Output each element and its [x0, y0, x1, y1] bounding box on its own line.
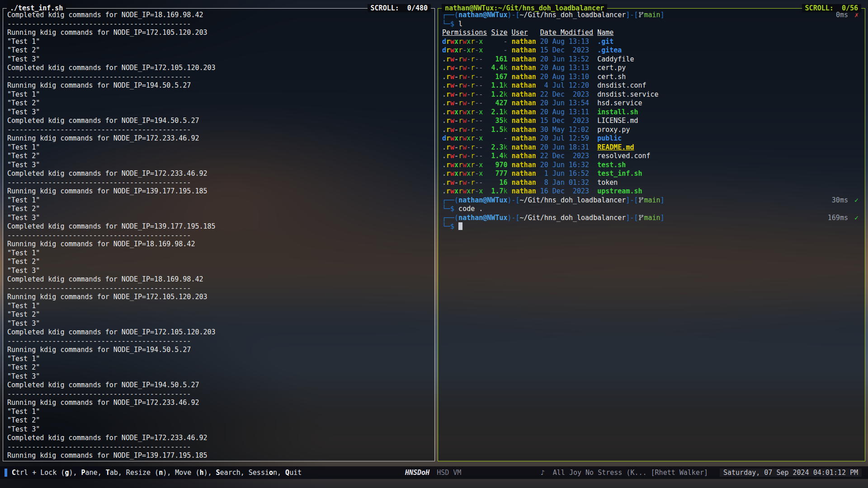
terminal-output-line: "Test 1": [7, 196, 433, 205]
terminal-output-line: ----------------------------------------…: [7, 284, 433, 293]
terminal-output-line: ----------------------------------------…: [7, 443, 433, 452]
terminal-output-line: "Test 3": [7, 372, 433, 381]
file-row: .rwxrwxr-x 1.7k nathan 16 Dec 2023 upstr…: [442, 187, 863, 196]
terminal-output-line: Completed kdig commands for NODE_IP=172.…: [7, 64, 433, 73]
file-permissions: .rwxrwxr-x: [442, 108, 483, 116]
terminal-output-line: Running kdig commands for NODE_IP=172.10…: [7, 293, 433, 302]
terminal-output-line: "Test 1": [7, 38, 433, 47]
file-name: cert.sh: [597, 73, 626, 81]
terminal-output-line: "Test 2": [7, 152, 433, 161]
now-playing[interactable]: ♪ All Joy No Stress (K... [Rhett Walker]: [541, 469, 708, 477]
terminal-output-line: "Test 1": [7, 249, 433, 258]
terminal-output-line: "Test 2": [7, 46, 433, 55]
command-timing-indicator: 0ms✗: [836, 11, 859, 20]
terminal-output-line: ----------------------------------------…: [7, 390, 433, 399]
file-row: .rw-rw-r-- 161 nathan 20 Jun 13:52 Caddy…: [442, 55, 863, 64]
file-permissions: drwxrwxr-x: [442, 134, 483, 142]
file-row: drwxrwxr-x - nathan 20 Aug 13:13 .git: [442, 38, 863, 47]
file-permissions: .rw-rw-r--: [442, 90, 483, 99]
file-name: LICENSE.md: [597, 117, 638, 125]
vm-label: HSD VM: [437, 469, 461, 477]
file-row: .rwxrwxr-x 970 nathan 20 Jun 16:32 test.…: [442, 161, 863, 170]
listing-header: Permissions Size User Date Modified Name: [442, 28, 863, 38]
pane-shell[interactable]: nathan@NWTux:~/Git/hns_doh_loadbalancer …: [438, 8, 865, 461]
file-permissions: .rw-rw-r--: [442, 73, 483, 81]
file-row: .rwxrwxr-x 2.1k nathan 20 Aug 13:11 inst…: [442, 108, 863, 117]
file-permissions: .rw-rw-r--: [442, 143, 483, 151]
file-row: .rw-rw-r-- 1.5k nathan 30 May 12:02 prox…: [442, 126, 863, 135]
terminal-output-line: "Test 2": [7, 416, 433, 425]
command-timing-indicator: 169ms✓: [828, 214, 859, 223]
terminal-output-line: Running kdig commands for NODE_IP=194.50…: [7, 81, 433, 90]
terminal-output-line: ----------------------------------------…: [7, 73, 433, 82]
terminal-output-line: Completed kdig commands for NODE_IP=194.…: [7, 117, 433, 126]
file-name: README.md: [597, 143, 634, 151]
terminal-output-line: "Test 1": [7, 143, 433, 152]
terminal-output-line: "Test 3": [7, 161, 433, 170]
prompt-header-line: ┌──(nathan@NWTux)-[~/Git/hns_doh_loadbal…: [442, 196, 863, 205]
file-row: .rw-rw-r-- 427 nathan 20 Jun 13:54 hsd.s…: [442, 99, 863, 108]
file-name: proxy.py: [597, 126, 630, 134]
terminal-output-line: ----------------------------------------…: [7, 126, 433, 135]
terminal-output-line: "Test 3": [7, 214, 433, 223]
terminal-output-line: "Test 2": [7, 205, 433, 214]
file-row: .rw-rw-r-- 1.2k nathan 22 Dec 2023 dnsdi…: [442, 90, 863, 99]
terminal-output-line: Running kdig commands for NODE_IP=172.23…: [7, 399, 433, 408]
terminal-output-line: ----------------------------------------…: [7, 337, 433, 346]
file-permissions: .rw-rw-r--: [442, 81, 483, 89]
file-name: upstream.sh: [597, 187, 642, 195]
file-permissions: .rwxrwxr-x: [442, 169, 483, 178]
terminal-output-line: Completed kdig commands for NODE_IP=172.…: [7, 169, 433, 178]
file-name: test.sh: [597, 161, 626, 169]
file-permissions: drwxrwxr-x: [442, 38, 483, 46]
keybind-hints: Ctrl + Lock (g), Pane, Tab, Resize (n), …: [12, 469, 302, 477]
file-row: .rw-rw-r-- 167 nathan 20 Aug 13:10 cert.…: [442, 73, 863, 82]
file-permissions: .rw-rw-r--: [442, 64, 483, 72]
terminal-output-line: Completed kdig commands for NODE_IP=18.1…: [7, 11, 433, 20]
terminal-output-right: ┌──(nathan@NWTux)-[~/Git/hns_doh_loadbal…: [438, 9, 865, 461]
terminal-output-line: "Test 2": [7, 99, 433, 108]
terminal-output-left: Completed kdig commands for NODE_IP=18.1…: [3, 9, 434, 461]
file-permissions: .rw-rw-r--: [442, 126, 483, 134]
terminal-output-line: Completed kdig commands for NODE_IP=194.…: [7, 381, 433, 390]
file-name: dnsdist.service: [597, 90, 658, 99]
prompt-header-line: ┌──(nathan@NWTux)-[~/Git/hns_doh_loadbal…: [442, 11, 863, 20]
file-name: .gitea: [597, 46, 622, 54]
terminal-output-line: "Test 3": [7, 319, 433, 328]
terminal-output-line: Running kdig commands for NODE_IP=172.23…: [7, 134, 433, 143]
clock: Saturday, 07 Sep 2024 04:01:12 PM: [720, 469, 862, 477]
status-bar: Ctrl + Lock (g), Pane, Tab, Resize (n), …: [0, 466, 868, 479]
terminal-output-line: "Test 2": [7, 310, 433, 319]
file-permissions: .rwxrwxr-x: [442, 187, 483, 195]
terminal-output-line: "Test 2": [7, 258, 433, 267]
file-permissions: .rw-rw-r--: [442, 55, 483, 63]
terminal-output-line: "Test 3": [7, 267, 433, 276]
terminal-output-line: Running kdig commands for NODE_IP=139.17…: [7, 187, 433, 196]
file-name: dnsdist.conf: [597, 81, 646, 89]
prompt-command-line[interactable]: └─$ code .: [442, 205, 863, 214]
terminal-output-line: Completed kdig commands for NODE_IP=172.…: [7, 434, 433, 443]
file-permissions: .rw-rw-r--: [442, 117, 483, 125]
git-branch-icon: [638, 214, 644, 224]
pane-test-inf-script[interactable]: ./test_inf.sh SCROLL: 0/480 Completed kd…: [3, 8, 435, 461]
file-name: test_inf.sh: [597, 169, 642, 178]
prompt-command-line[interactable]: └─$ l: [442, 20, 863, 29]
terminal-output-line: "Test 3": [7, 108, 433, 117]
prompt-header-line: ┌──(nathan@NWTux)-[~/Git/hns_doh_loadbal…: [442, 214, 863, 223]
app-name: HNSDoH: [405, 469, 429, 477]
terminal-output-line: "Test 3": [7, 425, 433, 434]
terminal-output-line: ----------------------------------------…: [7, 178, 433, 188]
file-name: .git: [597, 38, 613, 46]
terminal-output-line: "Test 3": [7, 55, 433, 64]
file-row: .rw-rw-r-- 16 nathan 8 Jan 01:32 token: [442, 178, 863, 188]
terminal-output-line: ----------------------------------------…: [7, 231, 433, 240]
file-row: .rw-rw-r-- 1.4k nathan 22 Dec 2023 resol…: [442, 152, 863, 161]
music-note-icon: ♪: [541, 469, 545, 477]
file-name: public: [597, 134, 622, 142]
file-row: .rw-rw-r-- 35k nathan 15 Dec 2023 LICENS…: [442, 117, 863, 126]
terminal-output-line: Running kdig commands for NODE_IP=139.17…: [7, 451, 433, 460]
file-row: .rw-rw-r-- 4.4k nathan 20 Aug 13:13 cert…: [442, 64, 863, 73]
file-permissions: drwxr-xr-x: [442, 46, 483, 54]
command-timing-indicator: 30ms✓: [832, 196, 859, 205]
prompt-command-line[interactable]: └─$: [442, 222, 863, 231]
